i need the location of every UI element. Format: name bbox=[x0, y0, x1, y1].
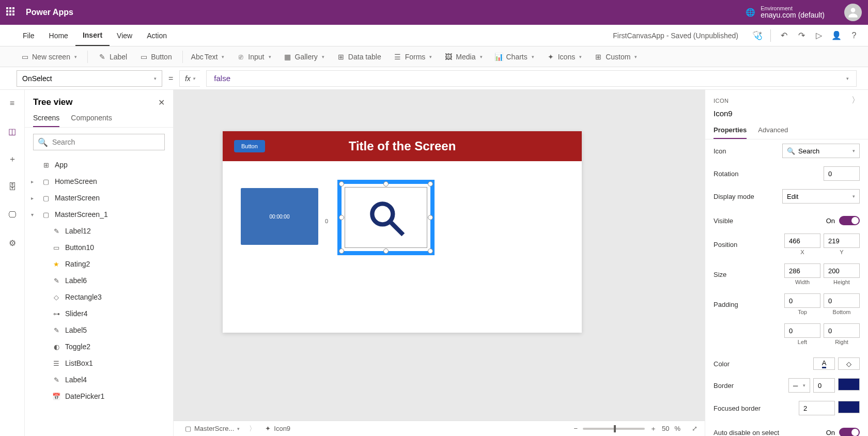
breadcrumb-control[interactable]: ✦ Icon9 bbox=[261, 423, 295, 435]
ribbon-data-table-label: Data table bbox=[348, 53, 381, 61]
tree-search-input[interactable] bbox=[52, 138, 160, 146]
user-avatar[interactable] bbox=[844, 4, 862, 21]
tree-item-rectangle3[interactable]: ◇Rectangle3 bbox=[25, 289, 173, 305]
canvas-selected-icon[interactable] bbox=[337, 180, 435, 255]
button-icon: ▭ bbox=[140, 53, 148, 61]
insert-icon[interactable]: ＋ bbox=[6, 153, 19, 165]
tree-item-label4[interactable]: ✎Label4 bbox=[25, 371, 173, 388]
help-icon[interactable]: ? bbox=[845, 27, 863, 44]
tree-search[interactable]: 🔍 bbox=[33, 134, 165, 150]
prop-tab-properties[interactable]: Properties bbox=[714, 122, 747, 139]
canvas-screen[interactable]: Button Title of the Screen 00:00:00 0 bbox=[223, 131, 582, 333]
prop-height-label: Height bbox=[833, 279, 850, 285]
share-icon[interactable]: 👤 bbox=[828, 27, 845, 44]
formula-input[interactable]: false ▾ bbox=[206, 70, 857, 87]
chevron-icon: ▸ bbox=[31, 195, 37, 201]
prop-tab-advanced[interactable]: Advanced bbox=[758, 122, 788, 139]
zoom-slider[interactable] bbox=[583, 428, 645, 430]
ribbon-label[interactable]: ✎Label bbox=[93, 49, 132, 65]
tree-item-label: MasterScreen bbox=[55, 194, 100, 202]
zoom-out-button[interactable]: − bbox=[574, 425, 578, 432]
ribbon-media[interactable]: 🖼Media▾ bbox=[439, 49, 487, 65]
tree-item-homescreen[interactable]: ▸▢HomeScreen bbox=[25, 173, 173, 190]
ribbon-text[interactable]: AbcText▾ bbox=[188, 49, 230, 65]
ribbon-button[interactable]: ▭Button bbox=[134, 49, 177, 65]
menu-insert[interactable]: Insert bbox=[75, 25, 110, 46]
tree-item-listbox1[interactable]: ☰ListBox1 bbox=[25, 355, 173, 371]
app-checker-icon[interactable]: 🩺 bbox=[749, 27, 766, 44]
breadcrumb-screen[interactable]: ▢ MasterScre... ▾ bbox=[181, 423, 244, 435]
prop-border-color[interactable] bbox=[838, 378, 860, 391]
media-panel-icon[interactable]: 🖵 bbox=[6, 209, 19, 221]
menu-file[interactable]: File bbox=[16, 25, 42, 46]
prop-rotation-input[interactable] bbox=[824, 166, 860, 181]
prop-pad-top-input[interactable] bbox=[784, 293, 820, 308]
tree-view-icon[interactable]: ◫ bbox=[6, 125, 19, 137]
hamburger-icon[interactable]: ≡ bbox=[6, 97, 19, 110]
ribbon-custom[interactable]: ⊞Custom▾ bbox=[589, 49, 642, 65]
tree-item-datepicker1[interactable]: 📅DatePicker1 bbox=[25, 388, 173, 404]
app-launcher-icon[interactable] bbox=[6, 7, 17, 18]
prop-display-mode-select[interactable]: Edit ▾ bbox=[782, 189, 860, 204]
zoom-in-button[interactable]: ＋ bbox=[650, 424, 657, 433]
tree-item-slider4[interactable]: ⊶Slider4 bbox=[25, 305, 173, 322]
menu-action[interactable]: Action bbox=[140, 25, 174, 46]
ribbon-media-label: Media bbox=[456, 53, 475, 61]
undo-icon[interactable]: ↶ bbox=[775, 27, 793, 44]
tree-item-rating2[interactable]: ★Rating2 bbox=[25, 256, 173, 272]
prop-color-font[interactable]: A bbox=[813, 357, 835, 370]
tree-tab-components[interactable]: Components bbox=[71, 114, 112, 127]
ribbon-charts[interactable]: 📊Charts▾ bbox=[490, 49, 539, 65]
tree-item-label12[interactable]: ✎Label12 bbox=[25, 223, 173, 239]
ribbon-gallery[interactable]: ▦Gallery▾ bbox=[278, 49, 330, 65]
prop-pad-bottom-input[interactable] bbox=[824, 293, 860, 308]
tree-item-button10[interactable]: ▭Button10 bbox=[25, 239, 173, 256]
prop-width-input[interactable] bbox=[784, 263, 820, 278]
prop-focused-border-color[interactable] bbox=[838, 401, 860, 413]
ribbon-data-table[interactable]: ⊞Data table bbox=[332, 49, 386, 65]
search-icon: 🔍 bbox=[38, 137, 48, 147]
prop-border-style[interactable]: ─▾ bbox=[788, 378, 810, 393]
canvas-button[interactable]: Button bbox=[234, 140, 265, 152]
prop-pad-left-input[interactable] bbox=[784, 323, 820, 338]
environment-selector[interactable]: 🌐 Environment enayu.com (default) bbox=[746, 5, 825, 19]
settings-icon[interactable]: ⚙ bbox=[6, 237, 19, 249]
environment-label: Environment bbox=[761, 5, 825, 11]
tree-item-masterscreen_1[interactable]: ▾▢MasterScreen_1 bbox=[25, 206, 173, 223]
fit-screen-icon[interactable]: ⤢ bbox=[692, 425, 698, 432]
property-selector[interactable]: OnSelect ▾ bbox=[17, 70, 162, 87]
menu-home[interactable]: Home bbox=[42, 25, 75, 46]
canvas-header-bar[interactable]: Button Title of the Screen bbox=[223, 131, 582, 161]
prop-color-fill[interactable]: ◇ bbox=[838, 357, 860, 370]
prop-height-input[interactable] bbox=[824, 263, 860, 278]
tree-tab-screens[interactable]: Screens bbox=[33, 114, 59, 127]
tree-item-masterscreen[interactable]: ▸▢MasterScreen bbox=[25, 190, 173, 206]
redo-icon[interactable]: ↷ bbox=[793, 27, 810, 44]
ribbon-forms[interactable]: ☰Forms▾ bbox=[389, 49, 438, 65]
tree-item-label5[interactable]: ✎Label5 bbox=[25, 322, 173, 338]
ribbon-new-screen[interactable]: ▭New screen▾ bbox=[16, 49, 82, 65]
close-tree-icon[interactable]: ✕ bbox=[158, 98, 165, 107]
prop-auto-disable-toggle[interactable] bbox=[839, 428, 860, 436]
tree-app-node[interactable]: ⊞ App bbox=[25, 157, 173, 173]
data-icon[interactable]: 🗄 bbox=[6, 181, 19, 193]
menu-view[interactable]: View bbox=[110, 25, 140, 46]
canvas-title[interactable]: Title of the Screen bbox=[349, 139, 456, 153]
ribbon-custom-label: Custom bbox=[606, 53, 630, 61]
ribbon-input[interactable]: ⎚Input▾ bbox=[231, 49, 276, 65]
tree-item-label6[interactable]: ✎Label6 bbox=[25, 272, 173, 289]
prop-pos-y-input[interactable] bbox=[824, 233, 860, 248]
prop-border-width-input[interactable] bbox=[813, 378, 835, 393]
prop-visible-toggle[interactable] bbox=[839, 216, 860, 225]
text-icon: Abc bbox=[193, 53, 202, 61]
prop-icon-select[interactable]: 🔍Search ▾ bbox=[782, 144, 860, 158]
prop-pad-right-input[interactable] bbox=[824, 323, 860, 338]
canvas-timer[interactable]: 00:00:00 bbox=[241, 188, 318, 245]
prop-expand-icon[interactable]: 〉 bbox=[851, 95, 860, 106]
prop-pos-x-input[interactable] bbox=[784, 233, 820, 248]
ribbon-icons[interactable]: ✦Icons▾ bbox=[541, 49, 587, 65]
play-icon[interactable]: ▷ bbox=[810, 27, 828, 44]
prop-focused-border-input[interactable] bbox=[799, 401, 835, 415]
fx-button[interactable]: fx▾ bbox=[179, 70, 200, 87]
tree-item-toggle2[interactable]: ◐Toggle2 bbox=[25, 338, 173, 355]
